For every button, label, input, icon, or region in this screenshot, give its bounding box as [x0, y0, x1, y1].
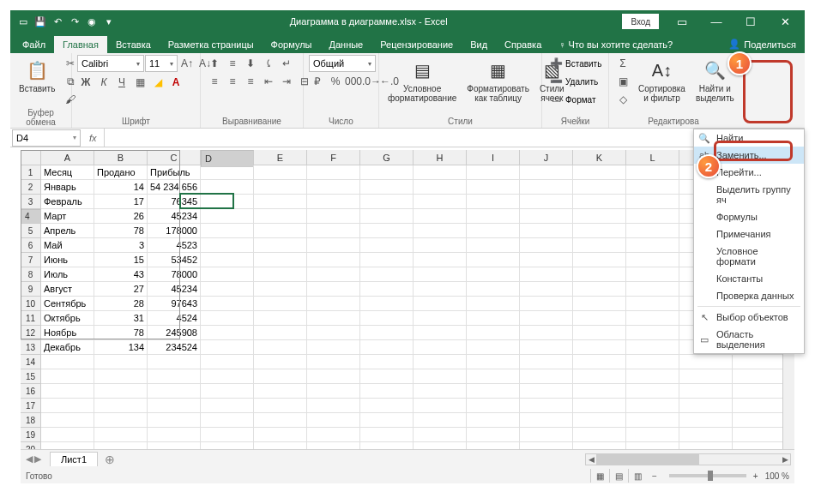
tell-me[interactable]: ♀ Что вы хотите сделать? — [550, 36, 681, 53]
cell-C4[interactable]: 45234 — [148, 209, 201, 224]
row-header-16[interactable]: 16 — [21, 384, 41, 399]
cell-E5[interactable] — [254, 224, 307, 238]
cell-B8[interactable]: 43 — [94, 267, 148, 282]
cell-J9[interactable] — [520, 282, 573, 297]
sort-filter-button[interactable]: A↕Сортировка и фильтр — [635, 55, 689, 103]
cell-A14[interactable] — [41, 355, 94, 369]
cell-L13[interactable] — [626, 340, 679, 355]
wrap-text-icon[interactable]: ↵ — [278, 55, 295, 72]
cell-D14[interactable] — [201, 355, 254, 369]
cell-L16[interactable] — [626, 384, 679, 399]
cell-L4[interactable] — [626, 209, 679, 224]
cell-I3[interactable] — [467, 195, 520, 209]
cell-C18[interactable] — [148, 413, 201, 428]
cell-H6[interactable] — [414, 238, 467, 253]
cell-L6[interactable] — [626, 238, 679, 253]
cell-A17[interactable] — [41, 399, 94, 413]
cell-J7[interactable] — [520, 253, 573, 267]
zoom-out-button[interactable]: − — [652, 471, 657, 481]
cell-H17[interactable] — [414, 399, 467, 413]
cell-L5[interactable] — [626, 224, 679, 238]
cell-D1[interactable] — [201, 165, 254, 180]
cell-D2[interactable] — [201, 180, 254, 195]
view-normal-icon[interactable]: ▦ — [590, 469, 609, 483]
row-header-11[interactable]: 11 — [21, 311, 41, 326]
cell-L8[interactable] — [626, 267, 679, 282]
cell-E19[interactable] — [254, 428, 307, 442]
view-page-layout-icon[interactable]: ▤ — [609, 469, 628, 483]
cell-C19[interactable] — [148, 428, 201, 442]
cell-E13[interactable] — [254, 340, 307, 355]
col-header-I[interactable]: I — [467, 150, 520, 165]
menu-comments[interactable]: Примечания — [694, 225, 804, 243]
cell-I11[interactable] — [467, 311, 520, 326]
cell-C7[interactable]: 53452 — [148, 253, 201, 267]
cell-C6[interactable]: 4523 — [148, 238, 201, 253]
cell-I5[interactable] — [467, 224, 520, 238]
cell-F8[interactable] — [307, 267, 360, 282]
undo-icon[interactable]: ↶ — [51, 15, 63, 27]
close-button[interactable]: ✕ — [769, 10, 801, 33]
cell-M17[interactable] — [679, 399, 733, 413]
fill-icon[interactable]: ▣ — [614, 73, 631, 90]
cell-C15[interactable] — [148, 369, 201, 384]
cell-D8[interactable] — [201, 267, 254, 282]
cell-B9[interactable]: 27 — [94, 282, 148, 297]
bold-icon[interactable]: Ж — [77, 74, 94, 91]
row-header-7[interactable]: 7 — [21, 253, 41, 267]
format-as-table-button[interactable]: ▦Форматировать как таблицу — [463, 55, 533, 103]
cell-G5[interactable] — [360, 224, 414, 238]
cell-L9[interactable] — [626, 282, 679, 297]
cell-L18[interactable] — [626, 413, 679, 428]
font-size-select[interactable]: 11▾ — [145, 55, 178, 72]
cell-J3[interactable] — [520, 195, 573, 209]
view-page-break-icon[interactable]: ▥ — [628, 469, 647, 483]
delete-cells-button[interactable]: ➖Удалить — [547, 73, 601, 90]
cell-L15[interactable] — [626, 369, 679, 384]
cell-A1[interactable]: Месяц — [41, 165, 94, 180]
cell-E18[interactable] — [254, 413, 307, 428]
menu-select-objects[interactable]: ↖Выбор объектов — [694, 309, 804, 326]
cell-H16[interactable] — [414, 384, 467, 399]
cell-E7[interactable] — [254, 253, 307, 267]
cell-I14[interactable] — [467, 355, 520, 369]
cell-E9[interactable] — [254, 282, 307, 297]
cell-K1[interactable] — [573, 165, 626, 180]
cell-A5[interactable]: Апрель — [41, 224, 94, 238]
menu-find[interactable]: 🔍Найти — [694, 129, 804, 147]
cell-G8[interactable] — [360, 267, 414, 282]
row-header-13[interactable]: 13 — [21, 340, 41, 355]
cell-K16[interactable] — [573, 384, 626, 399]
col-header-K[interactable]: K — [573, 150, 626, 165]
cell-C12[interactable]: 245908 — [148, 326, 201, 340]
cell-C13[interactable]: 234524 — [148, 340, 201, 355]
cell-I12[interactable] — [467, 326, 520, 340]
cell-D17[interactable] — [201, 399, 254, 413]
cell-K9[interactable] — [573, 282, 626, 297]
cell-I15[interactable] — [467, 369, 520, 384]
cell-J6[interactable] — [520, 238, 573, 253]
cell-D18[interactable] — [201, 413, 254, 428]
cell-A2[interactable]: Январь — [41, 180, 94, 195]
cell-I2[interactable] — [467, 180, 520, 195]
cell-G17[interactable] — [360, 399, 414, 413]
cell-G14[interactable] — [360, 355, 414, 369]
cell-K7[interactable] — [573, 253, 626, 267]
cell-F19[interactable] — [307, 428, 360, 442]
cell-L3[interactable] — [626, 195, 679, 209]
cell-B19[interactable] — [94, 428, 148, 442]
cell-B15[interactable] — [94, 369, 148, 384]
cell-J17[interactable] — [520, 399, 573, 413]
cell-F18[interactable] — [307, 413, 360, 428]
cell-B11[interactable]: 31 — [94, 311, 148, 326]
row-header-14[interactable]: 14 — [21, 355, 41, 369]
cell-H8[interactable] — [414, 267, 467, 282]
cell-A19[interactable] — [41, 428, 94, 442]
cell-E4[interactable] — [254, 209, 307, 224]
cell-D3[interactable] — [201, 195, 254, 209]
ribbon-display-icon[interactable]: ▭ — [666, 10, 698, 33]
cell-K2[interactable] — [573, 180, 626, 195]
tab-data[interactable]: Данные — [320, 36, 371, 53]
cell-K17[interactable] — [573, 399, 626, 413]
cell-G4[interactable] — [360, 209, 414, 224]
